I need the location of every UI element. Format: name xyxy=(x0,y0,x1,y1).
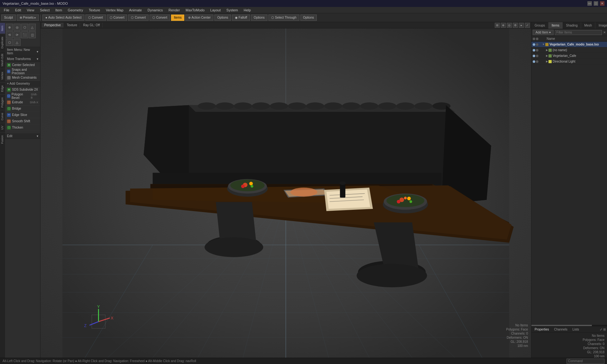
sidebar-tab-item[interactable]: Item xyxy=(0,23,5,34)
tab-channels[interactable]: Channels xyxy=(552,327,569,332)
br-settings-icon[interactable]: ⊞ xyxy=(603,328,606,331)
menu-help[interactable]: Help xyxy=(241,8,254,13)
sidebar-tab-curve[interactable]: Curve xyxy=(0,110,5,123)
menu-render[interactable]: Render xyxy=(166,8,182,13)
snaps-precision-btn[interactable]: ◎ Snaps and Precision xyxy=(5,68,40,75)
menu-texture[interactable]: Texture xyxy=(86,8,103,13)
menu-dynamics[interactable]: Dynamics xyxy=(145,8,165,13)
menu-layout[interactable]: Layout xyxy=(208,8,223,13)
vp-icon-1[interactable]: ⊞ xyxy=(495,23,500,28)
falloff-button[interactable]: ◉ Falloff xyxy=(232,15,250,21)
tool-icon-9[interactable]: ⬡ xyxy=(6,39,13,46)
menu-geometry[interactable]: Geometry xyxy=(65,8,85,13)
sidebar-tab-mesh-edit[interactable]: Mesh Edit xyxy=(0,51,5,69)
item-expand-vegcafe[interactable]: ▶ xyxy=(546,54,548,57)
viewport-tab-texture[interactable]: Texture xyxy=(64,23,80,27)
close-button[interactable]: ✕ xyxy=(600,1,604,6)
br-expand-icon[interactable]: ⤢ xyxy=(600,328,602,331)
extrude-btn[interactable]: ⬡ Extrude Shift-X xyxy=(5,99,40,106)
item-menu-header[interactable]: Item Menu: New Item ▾ xyxy=(5,47,40,56)
item-expand-noname[interactable]: ▶ xyxy=(546,49,548,52)
minimize-button[interactable]: — xyxy=(587,1,592,6)
tool-icon-10[interactable]: △ xyxy=(14,39,21,46)
edge-slice-btn[interactable]: ✂ Edge Slice xyxy=(5,112,40,118)
vis-dot-dirlight-2[interactable] xyxy=(536,60,538,63)
tool-icon-2[interactable]: ◎ xyxy=(14,24,21,31)
3d-viewport[interactable]: X Y Z No Items Polygons: Face Channels: … xyxy=(40,28,531,358)
menu-view[interactable]: View xyxy=(24,8,37,13)
polygon-bevel-btn[interactable]: ⬡ Polygon Bevel Shift-B xyxy=(5,93,40,99)
vis-dot-noname-1[interactable] xyxy=(533,49,535,52)
tool-icon-3[interactable]: ⬡ xyxy=(21,24,28,31)
item-row-vegcafe[interactable]: ▶ Vegetarian_Cafe xyxy=(531,53,607,59)
filter-clear-icon[interactable]: ✕ xyxy=(603,31,606,34)
h-scrollbar-thumb[interactable] xyxy=(531,325,592,326)
tool-icon-6[interactable]: ⟳ xyxy=(14,31,21,38)
item-row-dirlight[interactable]: ▶ Directional Light xyxy=(531,59,607,64)
menu-maxtomodo[interactable]: MaxToModo xyxy=(183,8,207,13)
more-transforms-header[interactable]: More Transforms ▾ xyxy=(5,56,40,62)
tab-items[interactable]: Items xyxy=(549,22,563,29)
vis-dot-1[interactable] xyxy=(533,43,535,46)
viewport-tab-raygl[interactable]: Ray GL: Off xyxy=(81,23,103,27)
vp-icon-fullscreen[interactable]: ⤢ xyxy=(525,23,530,28)
tab-groups[interactable]: Groups xyxy=(531,22,549,29)
mesh-constraints-btn[interactable]: ⬡ Mesh Constraints xyxy=(5,75,40,81)
vp-icon-4[interactable]: ⚙ xyxy=(513,23,518,28)
auto-select-button[interactable]: ● Auto SelectAuto Select xyxy=(42,15,84,21)
smooth-shift-btn[interactable]: ⬡ Smooth Shift xyxy=(5,118,40,124)
select-through-button[interactable]: ⬡ Select Through xyxy=(268,15,299,21)
menu-vertex-map[interactable]: Vertex Map xyxy=(103,8,126,13)
item-expand-root[interactable]: ▼ xyxy=(542,43,545,46)
menu-system[interactable]: System xyxy=(224,8,241,13)
filter-items-input[interactable] xyxy=(555,30,602,35)
vis-dot-dirlight-1[interactable] xyxy=(533,60,535,63)
window-controls[interactable]: — □ ✕ xyxy=(587,1,604,6)
tool-icon-1[interactable]: ⊕ xyxy=(6,24,13,31)
sidebar-tab-polygon[interactable]: Polygon xyxy=(0,94,5,110)
menu-item[interactable]: Item xyxy=(53,8,64,13)
vp-icon-3[interactable]: ◎ xyxy=(507,23,512,28)
convert-button-2[interactable]: ⬡ Convert xyxy=(107,15,127,21)
convert-button-4[interactable]: ⬡ Convert xyxy=(150,15,170,21)
item-row-root[interactable]: ▼ Vegetarian_Cafe_modo_base.lxo xyxy=(531,42,607,47)
vis-dot-vegcafe-2[interactable] xyxy=(536,55,538,57)
tab-lists[interactable]: Lists xyxy=(571,327,581,332)
tab-images[interactable]: Images xyxy=(595,22,607,29)
tab-properties[interactable]: Properties xyxy=(533,327,551,332)
vis-dot-2[interactable] xyxy=(536,43,538,46)
h-scrollbar[interactable] xyxy=(531,325,607,326)
item-row-noname[interactable]: ▶ (no name) xyxy=(531,47,607,53)
sidebar-tab-duplicate[interactable]: Duplicate xyxy=(0,34,5,51)
sidebar-tab-vertex[interactable]: Vertex xyxy=(0,69,5,82)
sidebar-tab-edge[interactable]: Edge xyxy=(0,82,5,94)
thicken-btn[interactable]: ⬡ Thicken xyxy=(5,124,40,131)
vis-dot-noname-2[interactable] xyxy=(536,49,538,52)
center-selected-btn[interactable]: ⊕ Center Selected xyxy=(5,62,40,68)
vis-dot-vegcafe-1[interactable] xyxy=(533,55,535,57)
sidebar-tab-fusion[interactable]: Fusion xyxy=(0,132,5,146)
tool-icon-5[interactable]: ⟲ xyxy=(6,31,13,38)
item-expand-dirlight[interactable]: ▶ xyxy=(546,60,548,63)
menu-select[interactable]: Select xyxy=(37,8,52,13)
action-center-button[interactable]: ⊕ Action Center xyxy=(185,15,213,21)
vp-icon-5[interactable]: ▸ xyxy=(519,23,524,28)
maximize-button[interactable]: □ xyxy=(594,1,598,6)
tool-icon-8[interactable]: ◫ xyxy=(29,31,36,38)
options-button-3[interactable]: Options xyxy=(300,15,317,21)
menu-file[interactable]: File xyxy=(1,8,12,13)
tab-shading[interactable]: Shading xyxy=(563,22,581,29)
options-button-2[interactable]: Options xyxy=(251,15,267,21)
sds-subdivide-btn[interactable]: ⊕ SDS Subdivide 2X xyxy=(5,87,40,93)
presets-button[interactable]: ⊕ ⊕ PresetsPresets ▸ xyxy=(17,15,39,21)
options-button-1[interactable]: Options xyxy=(214,15,231,21)
convert-button-3[interactable]: ⬡ Convert xyxy=(128,15,149,21)
items-button[interactable]: Items xyxy=(171,15,184,21)
tool-icon-4[interactable]: △ xyxy=(29,24,36,31)
add-item-button[interactable]: Add Item ▾ xyxy=(533,30,554,35)
menu-edit[interactable]: Edit xyxy=(13,8,24,13)
sculpt-button[interactable]: Sculpt xyxy=(1,15,16,21)
add-geometry-header[interactable]: + Add Geometry xyxy=(5,81,40,87)
viewport-tab-perspective[interactable]: Perspective xyxy=(42,23,64,27)
bridge-btn[interactable]: ⬡ Bridge xyxy=(5,106,40,112)
